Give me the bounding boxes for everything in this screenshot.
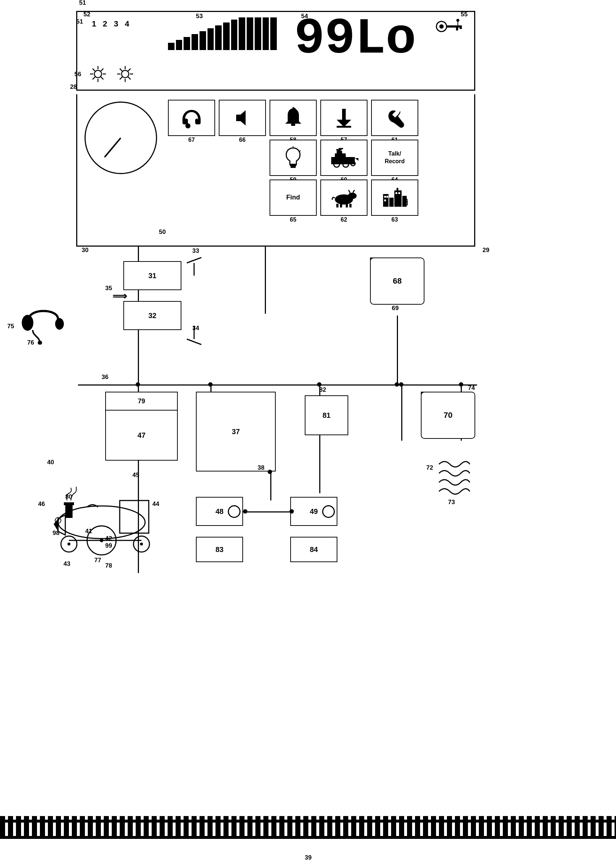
svg-rect-27 bbox=[291, 124, 295, 126]
display-panel: 52 51 1 2 3 4 99Lo bbox=[76, 11, 475, 91]
track-tie bbox=[391, 816, 396, 838]
track-tie bbox=[439, 816, 444, 838]
track-tie bbox=[503, 816, 508, 838]
label-52-outer: 52 bbox=[83, 11, 90, 18]
box-79-top: 79 bbox=[105, 392, 178, 410]
headphone-area: 75 76 bbox=[22, 297, 65, 346]
label-43: 43 bbox=[63, 560, 71, 568]
wrench-btn-icon bbox=[385, 108, 405, 128]
track-tie bbox=[239, 816, 245, 838]
track-tie bbox=[367, 816, 372, 838]
track-tie bbox=[215, 816, 221, 838]
button-57[interactable]: 57 bbox=[321, 100, 368, 136]
track-tie bbox=[207, 816, 212, 838]
label-55-outer: 55 bbox=[461, 11, 468, 18]
signal-bar-4 bbox=[200, 31, 206, 50]
signal-bar-3 bbox=[192, 34, 198, 50]
track-tie bbox=[80, 816, 85, 838]
svg-point-86 bbox=[140, 543, 143, 545]
track-tie bbox=[144, 816, 149, 838]
find-label: Find bbox=[286, 194, 300, 202]
train-btn-icon bbox=[329, 148, 358, 168]
vert-down-4 bbox=[401, 385, 402, 441]
track-tie bbox=[56, 816, 61, 838]
track-tie bbox=[607, 816, 612, 838]
button-67[interactable]: 67 bbox=[168, 100, 215, 136]
button-65[interactable]: Find 65 bbox=[270, 179, 317, 216]
svg-rect-78 bbox=[120, 501, 149, 533]
signal-bar-9 bbox=[239, 17, 245, 50]
svg-line-23 bbox=[128, 69, 130, 71]
track-tie bbox=[431, 816, 436, 838]
svg-line-36 bbox=[300, 151, 301, 151]
dot-48 bbox=[243, 509, 247, 513]
sun-icon-1 bbox=[88, 64, 108, 84]
button-60[interactable]: 60 bbox=[321, 140, 368, 176]
control-panel: 28 50 67 66 bbox=[76, 94, 475, 246]
track-tie bbox=[192, 816, 196, 838]
label-41: 41 bbox=[85, 528, 92, 535]
label-46: 46 bbox=[38, 501, 45, 508]
svg-rect-4 bbox=[460, 25, 462, 29]
tv-box-68: 68 bbox=[370, 257, 424, 305]
button-62[interactable]: 62 bbox=[321, 179, 368, 216]
key-icon-area bbox=[434, 17, 463, 37]
box-32: 32 bbox=[123, 301, 181, 330]
svg-point-25 bbox=[185, 123, 190, 129]
track-tie bbox=[168, 816, 173, 838]
label-44: 44 bbox=[152, 501, 159, 508]
svg-rect-60 bbox=[384, 196, 386, 198]
track-tie bbox=[575, 816, 580, 838]
svg-point-84 bbox=[68, 543, 71, 545]
antenna-33: 33 bbox=[185, 254, 203, 277]
track-tie bbox=[319, 816, 324, 838]
label-50: 50 bbox=[159, 229, 166, 236]
key-icon bbox=[434, 17, 463, 36]
large-display-value: 99Lo bbox=[294, 14, 416, 64]
signal-bars-area bbox=[168, 14, 277, 50]
volume-knob[interactable] bbox=[85, 102, 157, 174]
svg-rect-52 bbox=[346, 204, 348, 207]
button-59[interactable]: 59 bbox=[270, 140, 317, 176]
track-tie bbox=[599, 816, 603, 838]
speaker-btn-icon bbox=[233, 108, 253, 128]
svg-point-49 bbox=[348, 193, 357, 199]
headphone-btn-icon bbox=[181, 107, 203, 129]
track-tie bbox=[383, 816, 388, 838]
signal-bar-0 bbox=[168, 43, 174, 50]
button-64[interactable]: Talk/Record 64 bbox=[371, 140, 418, 176]
button-61[interactable]: 61 bbox=[371, 100, 418, 136]
svg-line-76 bbox=[187, 339, 194, 342]
label-74: 74 bbox=[468, 385, 475, 392]
track-tie bbox=[423, 816, 428, 838]
track-tie bbox=[551, 816, 556, 838]
track-tie bbox=[455, 816, 460, 838]
track-tie bbox=[303, 816, 308, 838]
train-diagram-area: 40 46 98 41 42 99 43 77 78 80 45 44 bbox=[29, 464, 192, 593]
label-72: 72 bbox=[426, 464, 433, 471]
button-63[interactable]: 63 bbox=[371, 179, 418, 216]
signal-bar-10 bbox=[247, 17, 253, 50]
knob-area[interactable] bbox=[85, 102, 157, 174]
track-tie bbox=[263, 816, 269, 838]
svg-point-16 bbox=[121, 71, 129, 78]
talk-record-label: Talk/Record bbox=[385, 150, 404, 165]
svg-rect-50 bbox=[336, 204, 338, 207]
svg-rect-34 bbox=[291, 166, 295, 168]
track-tie bbox=[479, 816, 484, 838]
svg-rect-32 bbox=[337, 126, 351, 128]
box-81: 81 bbox=[305, 395, 348, 435]
svg-rect-64 bbox=[398, 192, 400, 194]
track-tie bbox=[64, 816, 69, 838]
speaker-49 bbox=[322, 505, 335, 518]
label-35: 35 bbox=[105, 285, 112, 292]
track-tie bbox=[136, 816, 141, 838]
svg-rect-30 bbox=[342, 109, 346, 120]
svg-marker-45 bbox=[355, 158, 358, 161]
sun-icons-area bbox=[88, 64, 135, 84]
track-tie bbox=[519, 816, 524, 838]
button-66[interactable]: 66 bbox=[219, 100, 266, 136]
button-58[interactable]: 58 bbox=[270, 100, 317, 136]
vert-tv68 bbox=[397, 316, 398, 386]
svg-rect-41 bbox=[336, 149, 341, 151]
